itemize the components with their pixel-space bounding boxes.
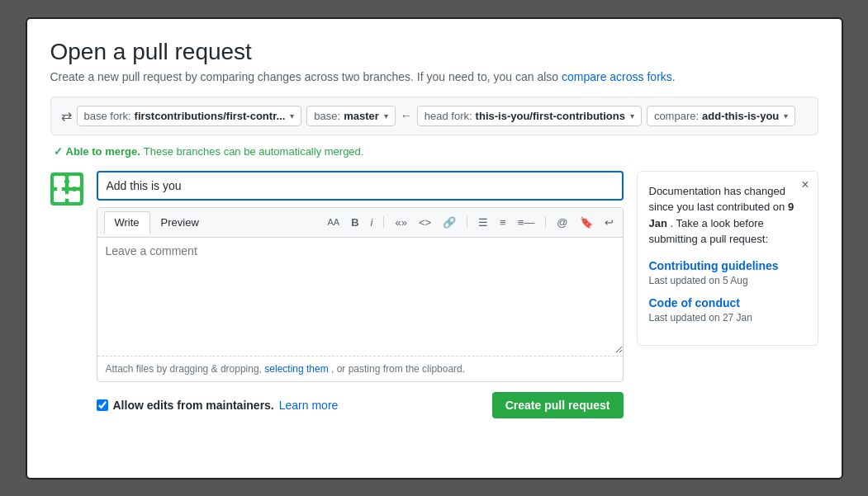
format-sep-1: [383, 216, 384, 228]
close-icon[interactable]: ×: [801, 178, 809, 191]
base-fork-select[interactable]: base fork: firstcontributions/first-cont…: [77, 106, 302, 126]
tab-write[interactable]: Write: [104, 211, 150, 234]
code-of-conduct-section: Code of conduct Last updated on 27 Jan: [649, 296, 806, 324]
attach-text: Attach files by dragging & dropping, sel…: [97, 356, 623, 381]
editor-toolbar: Write Preview AA B i «» <> 🔗 ☰ ≡: [97, 208, 623, 238]
base-fork-arrow: ▾: [290, 111, 294, 120]
svg-rect-2: [69, 176, 80, 187]
format-link[interactable]: 🔗: [440, 215, 458, 229]
learn-more-link[interactable]: Learn more: [279, 399, 339, 412]
sidebar-panel: × Documentation has changed since you la…: [637, 171, 818, 346]
contributing-guidelines-link[interactable]: Contributing guidelines: [649, 259, 806, 272]
svg-point-7: [57, 187, 62, 191]
pr-title-input[interactable]: [97, 171, 624, 201]
comment-textarea[interactable]: [97, 238, 623, 353]
branch-bar: ⇄ base fork: firstcontributions/first-co…: [50, 97, 818, 135]
edits-checkbox-label[interactable]: Allow edits from maintainers. Learn more: [97, 399, 484, 412]
base-select[interactable]: base: master ▾: [306, 106, 395, 126]
format-ref[interactable]: 🔖: [577, 215, 595, 229]
svg-point-6: [64, 194, 69, 199]
head-fork-select[interactable]: head fork: this-is-you/first-contributio…: [417, 106, 642, 126]
code-of-conduct-link[interactable]: Code of conduct: [649, 296, 806, 309]
svg-point-8: [72, 187, 77, 191]
contributing-guidelines-section: Contributing guidelines Last updated on …: [649, 259, 806, 286]
editor-container: Write Preview AA B i «» <> 🔗 ☰ ≡: [97, 207, 624, 382]
form-area: Write Preview AA B i «» <> 🔗 ☰ ≡: [97, 171, 624, 418]
create-pr-button[interactable]: Create pull request: [492, 392, 624, 418]
format-ol[interactable]: ≡: [497, 215, 509, 229]
compare-forks-link[interactable]: compare across forks.: [562, 70, 676, 83]
merge-check-icon: ✓: [54, 145, 63, 158]
edits-checkbox[interactable]: [97, 399, 108, 411]
main-content: Write Preview AA B i «» <> 🔗 ☰ ≡: [50, 171, 818, 418]
merge-status: ✓ Able to merge. These branches can be a…: [54, 145, 818, 158]
contributing-guidelines-date: Last updated on 5 Aug: [649, 275, 748, 286]
format-italic[interactable]: i: [368, 215, 376, 229]
format-ul[interactable]: ☰: [476, 215, 491, 229]
code-of-conduct-date: Last updated on 27 Jan: [649, 312, 752, 324]
format-bold[interactable]: B: [349, 215, 361, 229]
format-aa[interactable]: AA: [325, 216, 342, 229]
form-footer: Allow edits from maintainers. Learn more…: [97, 392, 624, 418]
compare-arrow-icon: ←: [401, 109, 412, 122]
base-arrow: ▾: [384, 111, 388, 120]
tab-preview[interactable]: Preview: [150, 211, 210, 234]
svg-point-5: [64, 179, 69, 184]
avatar: [50, 172, 83, 205]
svg-rect-3: [54, 191, 65, 202]
format-task[interactable]: ≡—: [515, 215, 538, 229]
compare-select[interactable]: compare: add-this-is-you ▾: [647, 106, 795, 126]
format-mention[interactable]: @: [554, 215, 570, 229]
sidebar-body-text: Documentation has changed since you last…: [649, 183, 806, 248]
svg-rect-1: [54, 176, 65, 187]
format-sep-3: [545, 216, 546, 228]
svg-rect-4: [69, 191, 80, 202]
page-subtitle: Create a new pull request by comparing c…: [50, 70, 818, 83]
format-quote[interactable]: «»: [392, 215, 409, 229]
format-code[interactable]: <>: [416, 215, 434, 229]
page-title: Open a pull request: [50, 39, 818, 65]
format-tools: AA B i «» <> 🔗 ☰ ≡ ≡— @ 🔖 ↩: [325, 215, 615, 229]
head-fork-arrow: ▾: [630, 111, 634, 120]
selecting-link[interactable]: selecting them: [264, 363, 328, 375]
compare-arrow: ▾: [784, 111, 788, 120]
main-window: Open a pull request Create a new pull re…: [26, 17, 843, 479]
format-sep-2: [467, 216, 467, 228]
format-reply[interactable]: ↩: [602, 215, 616, 229]
sync-icon[interactable]: ⇄: [61, 108, 72, 124]
tab-group: Write Preview: [104, 211, 210, 234]
